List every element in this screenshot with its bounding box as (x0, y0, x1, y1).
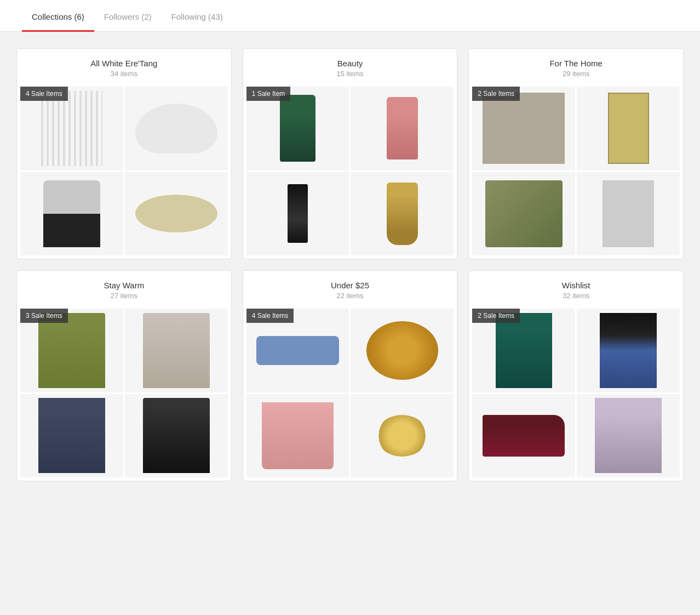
product-image-2 (246, 172, 349, 256)
sale-badge: 1 Sale Item (246, 87, 291, 101)
product-image-2 (246, 394, 349, 478)
card-header: Beauty 15 items (243, 49, 457, 83)
card-subtitle: 34 items (22, 70, 226, 78)
tab-collections[interactable]: Collections (6) (22, 0, 94, 32)
product-shape (577, 87, 680, 170)
product-image-1 (577, 87, 680, 170)
product-image-1 (351, 87, 454, 170)
product-shape (351, 87, 454, 170)
sale-badge: 4 Sale Items (20, 87, 68, 101)
product-image-1 (125, 87, 228, 170)
tab-following[interactable]: Following (43) (162, 0, 233, 32)
product-image-3 (577, 172, 680, 256)
product-shape (577, 172, 680, 256)
card-header: Under $25 22 items (243, 271, 457, 305)
product-shape (246, 172, 349, 256)
product-shape (125, 172, 228, 256)
card-subtitle: 32 items (474, 292, 678, 300)
product-shape (351, 309, 454, 392)
collection-card-for-the-home[interactable]: For The Home 29 items 2 Sale Items (468, 48, 684, 259)
product-image-2 (472, 172, 575, 256)
collection-card-all-white[interactable]: All White Ere'Tang 34 items 4 Sale Items (16, 48, 232, 259)
card-header: For The Home 29 items (469, 49, 683, 83)
product-shape (125, 309, 228, 392)
collections-grid: All White Ere'Tang 34 items 4 Sale Items (16, 48, 684, 481)
product-shape (472, 172, 575, 256)
card-title: All White Ere'Tang (22, 59, 226, 68)
card-subtitle: 29 items (474, 70, 678, 78)
product-image-1 (125, 309, 228, 392)
card-images: 2 Sale Items (469, 305, 683, 481)
product-image-3 (577, 394, 680, 478)
card-title: Stay Warm (22, 281, 226, 290)
product-image-0: 4 Sale Items (246, 309, 349, 392)
product-shape (577, 309, 680, 392)
card-header: All White Ere'Tang 34 items (17, 49, 231, 83)
product-shape (125, 87, 228, 170)
collection-card-beauty[interactable]: Beauty 15 items 1 Sale Item (243, 48, 458, 259)
card-images: 2 Sale Items (469, 83, 683, 259)
product-shape (20, 172, 123, 256)
collection-card-under-25[interactable]: Under $25 22 items 4 Sale Items (243, 270, 458, 481)
product-image-0: 4 Sale Items (20, 87, 123, 170)
sale-badge: 4 Sale Items (246, 309, 294, 323)
product-image-2 (472, 394, 575, 478)
card-subtitle: 27 items (22, 292, 226, 300)
product-image-3 (351, 394, 454, 478)
card-images: 4 Sale Items (243, 305, 457, 481)
product-image-1 (351, 309, 454, 392)
product-image-2 (20, 394, 123, 478)
card-title: For The Home (474, 59, 678, 68)
product-image-3 (125, 172, 228, 256)
product-image-0: 2 Sale Items (472, 309, 575, 392)
collection-card-wishlist[interactable]: Wishlist 32 items 2 Sale Items (468, 270, 684, 481)
product-image-3 (125, 394, 228, 478)
card-images: 4 Sale Items (17, 83, 231, 259)
page-container: Collections (6) Followers (2) Following … (0, 0, 700, 503)
collection-card-stay-warm[interactable]: Stay Warm 27 items 3 Sale Items (16, 270, 232, 481)
product-shape (577, 394, 680, 478)
product-image-2 (20, 172, 123, 256)
tabs-bar: Collections (6) Followers (2) Following … (0, 0, 700, 32)
tab-followers[interactable]: Followers (2) (94, 0, 162, 32)
product-shape (351, 172, 454, 256)
product-image-0: 1 Sale Item (246, 87, 349, 170)
card-header: Wishlist 32 items (469, 271, 683, 305)
card-images: 1 Sale Item (243, 83, 457, 259)
card-subtitle: 22 items (249, 292, 452, 300)
product-image-3 (351, 172, 454, 256)
product-shape (351, 394, 454, 478)
sale-badge: 2 Sale Items (472, 87, 520, 101)
product-image-1 (577, 309, 680, 392)
product-shape (472, 394, 575, 478)
sale-badge: 2 Sale Items (472, 309, 520, 323)
product-image-0: 2 Sale Items (472, 87, 575, 170)
sale-badge: 3 Sale Items (20, 309, 68, 323)
card-title: Under $25 (249, 281, 452, 290)
card-images: 3 Sale Items (17, 305, 231, 481)
product-shape (20, 394, 123, 478)
product-image-0: 3 Sale Items (20, 309, 123, 392)
product-shape (246, 394, 349, 478)
card-subtitle: 15 items (249, 70, 452, 78)
card-title: Wishlist (474, 281, 678, 290)
card-title: Beauty (249, 59, 452, 68)
card-header: Stay Warm 27 items (17, 271, 231, 305)
product-shape (125, 394, 228, 478)
